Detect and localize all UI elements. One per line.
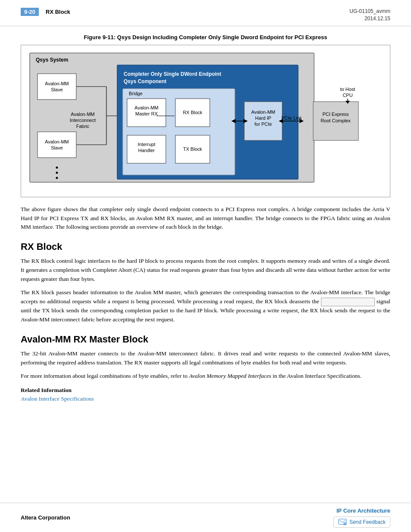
- avalon-interface-link[interactable]: Avalon Interface Specifications: [21, 395, 94, 402]
- body-intro-para: The above figure shows the that complete…: [21, 205, 390, 232]
- svg-text:RX Block: RX Block: [183, 110, 202, 115]
- svg-text:Slave: Slave: [51, 145, 63, 150]
- svg-text:Hard IP: Hard IP: [255, 115, 271, 121]
- avalon-para2-prefix: For more information about legal combina…: [21, 373, 189, 379]
- svg-text:PCI Express: PCI Express: [322, 112, 349, 117]
- feedback-icon: [338, 519, 347, 526]
- svg-point-17: [56, 177, 58, 179]
- svg-text:Handler: Handler: [138, 148, 155, 153]
- svg-rect-33: [244, 102, 282, 140]
- svg-text:Avalon-MM: Avalon-MM: [251, 109, 275, 115]
- related-info-section: Related Information Avalon Interface Spe…: [21, 387, 390, 402]
- svg-text:to Host: to Host: [340, 87, 355, 92]
- svg-point-16: [56, 171, 58, 174]
- header-section-title: RX Block: [46, 9, 70, 15]
- page-footer: Altera Corporation IP Core Architecture …: [0, 503, 411, 532]
- footer-company: Altera Corporation: [21, 514, 70, 521]
- svg-point-15: [56, 166, 58, 168]
- svg-text:CPU: CPU: [342, 93, 352, 98]
- rx-block-body: The RX Block control logic interfaces to…: [21, 257, 390, 324]
- rx-block-para2: The RX block passes header information t…: [21, 288, 390, 324]
- rx-block-para1: The RX Block control logic interfaces to…: [21, 257, 390, 284]
- svg-text:Interrupt: Interrupt: [138, 142, 156, 147]
- feedback-label: Send Feedback: [349, 519, 386, 525]
- svg-text:Slave: Slave: [51, 87, 63, 92]
- svg-text:Qsys Component: Qsys Component: [124, 78, 166, 84]
- svg-text:for PCIe: for PCIe: [255, 121, 272, 127]
- svg-text:Bridge: Bridge: [129, 91, 143, 96]
- diagram-area: Qsys System Avalon-MM Slave Avalon-MM Sl…: [21, 45, 390, 197]
- footer-right: IP Core Architecture Send Feedback: [333, 507, 390, 528]
- ip-core-link[interactable]: IP Core Architecture: [336, 507, 390, 514]
- svg-text:Avalon-MM: Avalon-MM: [134, 105, 158, 110]
- svg-text:Master RX: Master RX: [135, 111, 158, 116]
- page-header: 9-20 RX Block UG-01105_avmm 2014.12.15: [0, 0, 411, 26]
- svg-rect-2: [37, 74, 76, 100]
- doc-id: UG-01105_avmm: [349, 8, 390, 15]
- svg-text:TX Block: TX Block: [183, 146, 202, 152]
- page-number: 9-20: [21, 8, 39, 16]
- svg-text:PCIe Link: PCIe Link: [281, 115, 302, 121]
- svg-text:Avalon-MM: Avalon-MM: [71, 112, 94, 117]
- rx-block-heading: RX Block: [21, 241, 390, 252]
- avalon-para2-italic: Avalon Memory Mapped Interfaces: [189, 373, 271, 379]
- diagram-svg: Qsys System Avalon-MM Slave Avalon-MM Sl…: [28, 52, 383, 190]
- signal-indicator: [321, 298, 375, 307]
- doc-date: 2014.12.15: [349, 15, 390, 22]
- header-right: UG-01105_avmm 2014.12.15: [349, 8, 390, 22]
- svg-text:Root Complex: Root Complex: [321, 118, 351, 123]
- svg-text:Completer Only Single DWord En: Completer Only Single DWord Endpoint: [124, 71, 221, 77]
- svg-text:Avalon-MM: Avalon-MM: [45, 81, 68, 86]
- header-left: 9-20 RX Block: [21, 8, 70, 16]
- svg-rect-5: [37, 132, 76, 158]
- send-feedback-button[interactable]: Send Feedback: [333, 516, 390, 528]
- svg-text:Interconnect: Interconnect: [70, 118, 96, 123]
- svg-text:Fabric: Fabric: [76, 124, 90, 129]
- avalon-block-heading: Avalon-MM RX Master Block: [21, 334, 390, 345]
- related-info-label: Related Information: [21, 387, 390, 394]
- figure-caption: Figure 9-11: Qsys Design Including Compl…: [21, 34, 390, 40]
- avalon-para2-suffix: in the Avalon Interface Specifications.: [271, 373, 361, 379]
- svg-text:Qsys System: Qsys System: [36, 57, 68, 63]
- avalon-block-para2: For more information about legal combina…: [21, 372, 390, 381]
- avalon-block-body: The 32-bit Avalon-MM master connects to …: [21, 349, 390, 381]
- body-intro-section: The above figure shows the that complete…: [21, 205, 390, 232]
- avalon-block-para1: The 32-bit Avalon-MM master connects to …: [21, 349, 390, 367]
- svg-text:Avalon-MM: Avalon-MM: [45, 139, 68, 144]
